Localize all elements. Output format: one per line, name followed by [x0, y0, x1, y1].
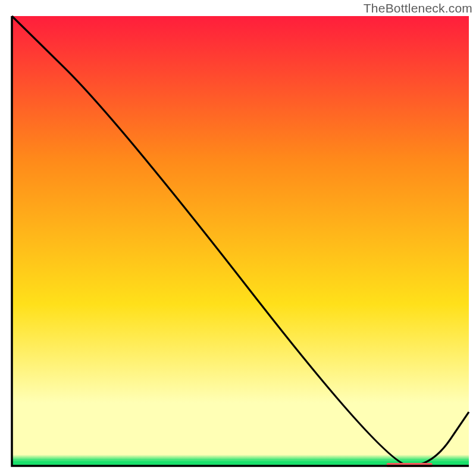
watermark-text: TheBottleneck.com — [364, 1, 472, 15]
chart-root: { "watermark": "TheBottleneck.com", "col… — [0, 0, 476, 476]
bottleneck-chart — [0, 0, 476, 476]
svg-rect-1 — [12, 455, 469, 461]
